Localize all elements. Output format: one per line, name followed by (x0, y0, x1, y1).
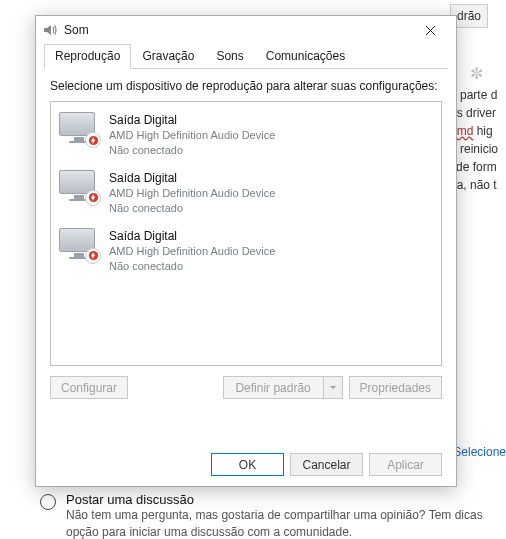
dialog-title: Som (64, 23, 410, 37)
apply-button[interactable]: Aplicar (369, 453, 442, 476)
set-default-splitbutton[interactable]: Definir padrão (223, 376, 343, 399)
bg-line: na, não t (450, 176, 502, 194)
bg-line: i de form (450, 158, 502, 176)
set-default-dropdown[interactable] (323, 376, 343, 399)
post-discussion-option[interactable]: Postar uma discussão Não tem uma pergunt… (40, 492, 506, 539)
device-monitor-icon (59, 170, 99, 204)
disconnected-overlay-icon (85, 132, 101, 148)
device-name: Saída Digital (109, 228, 275, 244)
disconnected-overlay-icon (85, 190, 101, 206)
sound-dialog: Som Reprodução Gravação Sons Comunicaçõe… (35, 15, 457, 487)
device-name: Saída Digital (109, 112, 275, 128)
bg-line: os driver (450, 104, 502, 122)
dialog-buttons: OK Cancelar Aplicar (211, 453, 442, 476)
instructions-label: Selecione um dispositivo de reprodução p… (50, 79, 442, 93)
tab-recording[interactable]: Gravação (131, 44, 205, 69)
gear-icon: ✼ (450, 62, 502, 86)
bg-select-label: Selecione (453, 445, 506, 459)
tab-sounds[interactable]: Sons (205, 44, 254, 69)
radio-icon[interactable] (40, 494, 56, 510)
device-subtitle: AMD High Definition Audio Device (109, 128, 275, 143)
configure-button[interactable]: Configurar (50, 376, 128, 399)
tab-communications[interactable]: Comunicações (255, 44, 356, 69)
device-status: Não conectado (109, 259, 275, 274)
tab-strip: Reprodução Gravação Sons Comunicações (44, 44, 448, 69)
device-subtitle: AMD High Definition Audio Device (109, 186, 275, 201)
ok-button[interactable]: OK (211, 453, 284, 476)
device-item[interactable]: Saída Digital AMD High Definition Audio … (57, 164, 435, 222)
cancel-button[interactable]: Cancelar (290, 453, 363, 476)
tab-content-playback: Selecione um dispositivo de reprodução p… (36, 69, 456, 409)
device-item[interactable]: Saída Digital AMD High Definition Audio … (57, 222, 435, 280)
disconnected-overlay-icon (85, 248, 101, 264)
device-monitor-icon (59, 112, 99, 146)
device-monitor-icon (59, 228, 99, 262)
sound-icon (42, 22, 58, 38)
device-list[interactable]: Saída Digital AMD High Definition Audio … (50, 101, 442, 366)
properties-button[interactable]: Propriedades (349, 376, 442, 399)
close-icon (425, 25, 436, 36)
close-button[interactable] (410, 16, 450, 44)
bg-line: o reinicio (450, 140, 502, 158)
device-status: Não conectado (109, 143, 275, 158)
titlebar: Som (36, 16, 456, 44)
bg-line: amd hig (450, 122, 502, 140)
set-default-button[interactable]: Definir padrão (223, 376, 323, 399)
bg-line: a parte d (450, 86, 502, 104)
chevron-down-icon (329, 384, 337, 392)
device-name: Saída Digital (109, 170, 275, 186)
discussion-title: Postar uma discussão (66, 492, 506, 507)
discussion-body: Não tem uma pergunta, mas gostaria de co… (66, 507, 506, 539)
device-status: Não conectado (109, 201, 275, 216)
device-subtitle: AMD High Definition Audio Device (109, 244, 275, 259)
tab-playback[interactable]: Reprodução (44, 44, 131, 69)
device-actions-row: Configurar Definir padrão Propriedades (50, 376, 442, 399)
device-item[interactable]: Saída Digital AMD High Definition Audio … (57, 106, 435, 164)
